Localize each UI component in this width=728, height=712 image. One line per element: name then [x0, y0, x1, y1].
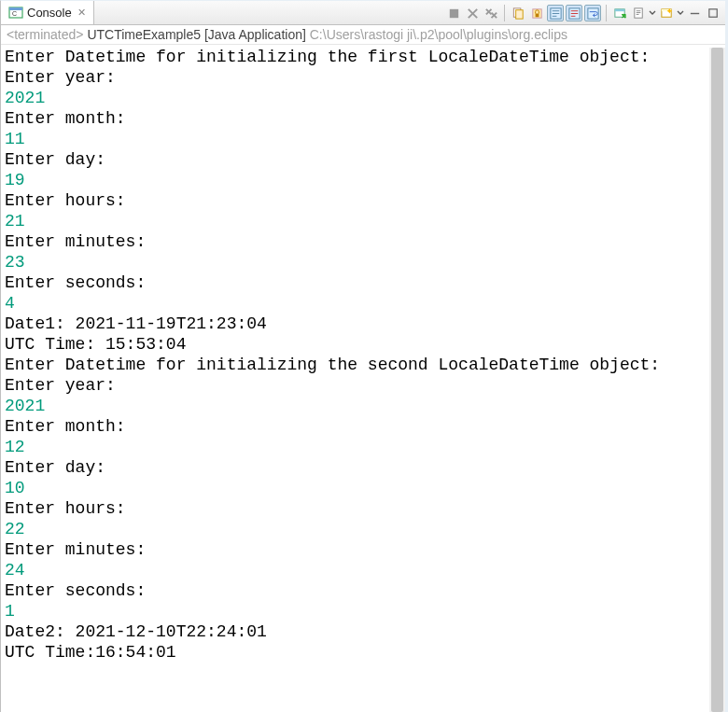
console-input-line: 2021	[5, 88, 721, 108]
separator-icon	[504, 5, 505, 21]
console-input-line: 22	[5, 519, 721, 539]
console-input-line: 12	[5, 437, 721, 457]
console-output-line: Date1: 2021-11-19T21:23:04	[5, 314, 721, 334]
new-console-dropdown-button[interactable]	[677, 5, 684, 21]
console-output-line: Enter Datetime for initializing the seco…	[5, 355, 721, 375]
console-input-line: 24	[5, 560, 721, 580]
console-output-line: Enter hours:	[5, 190, 721, 211]
vertical-scrollbar[interactable]	[709, 48, 725, 712]
console-input-line: 11	[5, 129, 721, 149]
svg-text:C: C	[12, 10, 17, 17]
maximize-view-button[interactable]	[705, 5, 721, 21]
console-output-line: UTC Time: 15:53:04	[5, 334, 721, 355]
svg-rect-24	[614, 8, 623, 10]
console-output[interactable]: Enter Datetime for initializing the firs…	[1, 45, 725, 709]
console-icon: C	[8, 6, 23, 21]
console-output-line: Enter seconds:	[5, 580, 721, 601]
word-wrap-button[interactable]	[584, 5, 601, 21]
scroll-lock-button[interactable]	[528, 5, 545, 21]
console-input-line: 21	[5, 211, 721, 231]
console-input-line: 4	[5, 293, 721, 314]
console-output-line: UTC Time:16:54:01	[5, 642, 721, 663]
pin-console-button[interactable]	[630, 5, 647, 21]
launch-info: <terminated> UTCTimeExample5 [Java Appli…	[1, 25, 725, 45]
new-console-button[interactable]	[658, 5, 675, 21]
tab-title: Console	[27, 6, 72, 20]
svg-rect-11	[515, 9, 523, 18]
console-input-line: 1	[5, 601, 721, 621]
show-stderr-button[interactable]	[566, 5, 582, 21]
console-output-line: Enter month:	[5, 108, 721, 129]
separator-icon	[606, 5, 607, 21]
console-dropdown-button[interactable]	[649, 5, 656, 21]
minimize-view-button[interactable]	[686, 5, 703, 21]
show-stdout-button[interactable]	[547, 5, 564, 21]
console-input-line: 19	[5, 170, 721, 190]
console-toolbar	[445, 1, 721, 25]
console-output-line: Enter year:	[5, 375, 721, 396]
terminated-label: <terminated>	[7, 27, 84, 42]
clear-console-button[interactable]	[510, 5, 526, 21]
console-output-line: Enter day:	[5, 149, 721, 170]
console-output-line: Enter Datetime for initializing the firs…	[5, 47, 721, 67]
console-output-line: Enter day:	[5, 457, 721, 478]
launch-path: C:\Users\rastogi ji\.p2\pool\plugins\org…	[310, 27, 567, 42]
console-input-line: 10	[5, 478, 721, 498]
console-output-line: Enter minutes:	[5, 231, 721, 252]
svg-rect-3	[449, 8, 457, 17]
terminate-button[interactable]	[445, 5, 462, 21]
console-tab[interactable]: C Console ✕	[1, 1, 94, 24]
remove-all-launches-button[interactable]	[483, 5, 499, 21]
console-output-line: Date2: 2021-12-10T22:24:01	[5, 621, 721, 642]
launch-name: UTCTimeExample5 [Java Application]	[84, 27, 310, 42]
svg-rect-13	[535, 13, 539, 17]
console-input-line: 2021	[5, 396, 721, 416]
svg-rect-32	[708, 8, 716, 16]
tab-bar: C Console ✕	[1, 1, 725, 25]
console-output-line: Enter seconds:	[5, 272, 721, 293]
remove-launch-button[interactable]	[464, 5, 481, 21]
svg-rect-22	[587, 7, 597, 18]
console-output-line: Enter hours:	[5, 498, 721, 519]
console-input-line: 23	[5, 252, 721, 272]
console-output-line: Enter minutes:	[5, 539, 721, 560]
console-output-line: Enter month:	[5, 416, 721, 437]
tab-close-button[interactable]: ✕	[77, 7, 86, 19]
open-console-button[interactable]	[611, 5, 628, 21]
console-output-line: Enter year:	[5, 67, 721, 88]
scrollbar-thumb[interactable]	[711, 48, 723, 712]
